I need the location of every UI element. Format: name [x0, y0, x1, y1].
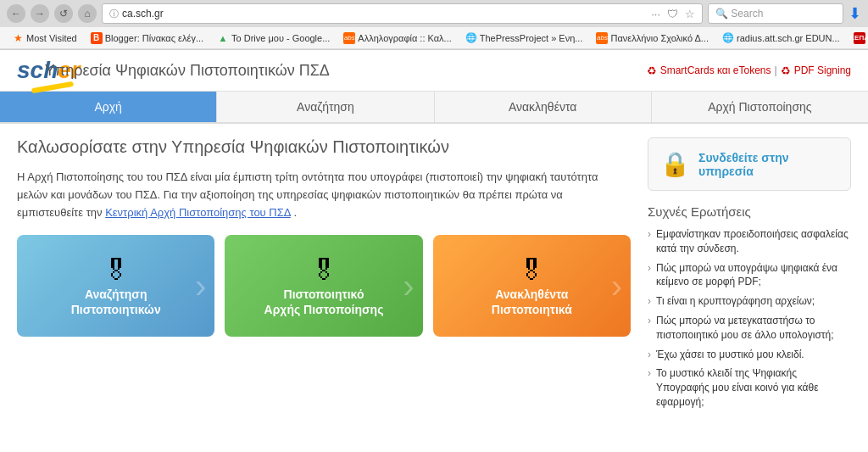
card-pistopoiitiko-arxis[interactable]: › 🎖 ΠιστοποιητικόΑρχής Πιστοποίησης [225, 235, 422, 337]
bookmark-label: Most Visited [26, 33, 77, 43]
search-icon: 🔍 [715, 8, 728, 20]
faq-item-3[interactable]: Τι είναι η κρυπτογράφηση αρχείων; [648, 294, 851, 309]
shield-icon: 🛡 [667, 8, 678, 20]
web-icon: 🌐 [465, 32, 477, 44]
bookmark-label: ThePressProject » Ενη... [480, 33, 583, 43]
search-bar[interactable]: 🔍 Search [708, 3, 843, 24]
smartcards-icon: ♻ [647, 64, 657, 77]
kepa-icon: ΚΕΠΑ [854, 32, 865, 44]
more-icon: ··· [651, 8, 660, 20]
bookmark-allilorafia[interactable]: abs Αλληλογραφία :: Καλ... [338, 31, 456, 46]
star-icon: ☆ [685, 8, 695, 20]
card-label-1: ΑναζήτησηΠιστοποιητικών [71, 287, 161, 317]
bookmarks-bar: ★ Most Visited B Blogger: Πίνακας ελέγ..… [0, 27, 868, 49]
card-label-3: ΑνακληθένταΠιστοποιητικά [492, 287, 572, 317]
bookmark-kepa[interactable]: ΚΕΠΑ Κε.Π... [849, 31, 868, 46]
browser-toolbar: ← → ↺ ⌂ ⓘ ca.sch.gr ··· 🛡 ☆ 🔍 Search ⬇ [0, 0, 868, 27]
bookmark-drive[interactable]: ▲ To Drive μου - Google... [212, 31, 335, 46]
ribbon-icon-3: 🎖 [518, 255, 545, 287]
nav-tabs: Αρχή Αναζήτηση Ανακληθέντα Αρχή Πιστοποί… [0, 92, 868, 124]
search-placeholder: Search [731, 8, 763, 20]
tab-arxh-pistopoiisis[interactable]: Αρχή Πιστοποίησης [652, 92, 868, 122]
ribbon-icon-1: 🎖 [103, 255, 130, 287]
home-button[interactable]: ⌂ [78, 4, 97, 23]
intro-text: Η Αρχή Πιστοποίησης του του ΠΣΔ είναι μί… [17, 169, 631, 221]
bookmark-radius[interactable]: 🌐 radius.att.sch.gr EDUN... [717, 31, 845, 46]
lock-icon: ⓘ [109, 8, 119, 20]
back-button[interactable]: ← [7, 4, 25, 23]
pdf-icon: ♻ [781, 64, 791, 77]
header-links: ♻ SmartCards και eTokens | ♻ PDF Signing [647, 64, 851, 77]
star-icon: ★ [12, 32, 24, 44]
card-anazitisi-pistopoiitikon[interactable]: › 🎖 ΑναζήτησηΠιστοποιητικών [17, 235, 214, 337]
cards-row: › 🎖 ΑναζήτησηΠιστοποιητικών › 🎖 Πιστοποι… [17, 235, 631, 337]
bookmark-label: radius.att.sch.gr EDUN... [737, 33, 840, 43]
faq-list: Εμφανίστηκαν προειδοποιήσεις ασφαλείας κ… [648, 227, 851, 410]
smartcards-link[interactable]: SmartCards και eTokens [660, 64, 771, 76]
bookmark-pressproject[interactable]: 🌐 ThePressProject » Ενη... [460, 31, 588, 46]
bookmark-panellinio[interactable]: abs Πανελλήνιο Σχολικό Δ... [591, 31, 714, 46]
address-icons: ··· 🛡 ☆ [651, 8, 695, 20]
page-content: scher Υπηρεσία Ψηφιακών Πιστοποιητικών Π… [0, 50, 868, 452]
connect-text[interactable]: Συνδεθείτε στην υπηρεσία [698, 151, 838, 178]
card-label-2: ΠιστοποιητικόΑρχής Πιστοποίησης [264, 287, 384, 317]
bookmark-most-visited[interactable]: ★ Most Visited [7, 31, 82, 46]
download-button[interactable]: ⬇ [849, 4, 861, 23]
intro-link[interactable]: Κεντρική Αρχή Πιστοποίησης του ΠΣΔ [105, 206, 291, 219]
site-logo[interactable]: scher [17, 57, 30, 84]
card-arrow-icon-3: › [611, 267, 622, 305]
ribbon-icon-2: 🎖 [310, 255, 337, 287]
drive-icon: ▲ [217, 32, 229, 44]
lock-connect-icon: 🔒 [660, 150, 690, 178]
bookmark-label: Πανελλήνιο Σχολικό Δ... [610, 33, 709, 43]
tab-anazitisi[interactable]: Αναζήτηση [217, 92, 434, 122]
main-area: Καλωσορίσατε στην Υπηρεσία Ψηφιακών Πιστ… [0, 124, 868, 428]
main-content: Καλωσορίσατε στην Υπηρεσία Ψηφιακών Πιστ… [17, 137, 648, 415]
sidebar: 🔒 Συνδεθείτε στην υπηρεσία Συχνές Ερωτήσ… [648, 137, 851, 415]
browser-chrome: ← → ↺ ⌂ ⓘ ca.sch.gr ··· 🛡 ☆ 🔍 Search ⬇ ★… [0, 0, 868, 50]
card-anaklitheenta[interactable]: › 🎖 ΑνακληθένταΠιστοποιητικά [433, 235, 631, 337]
faq-item-6[interactable]: Το μυστικό κλειδί της Ψηφιακής Υπογραφής… [648, 366, 851, 409]
address-bar[interactable]: ⓘ ca.sch.gr ··· 🛡 ☆ [102, 3, 703, 24]
blogger-icon: B [91, 32, 103, 44]
web2-icon: 🌐 [722, 32, 734, 44]
faq-title: Συχνές Ερωτήσεις [648, 204, 851, 219]
abs-icon: abs [343, 32, 355, 44]
bookmark-label: Blogger: Πίνακας ελέγ... [105, 33, 203, 43]
card-arrow-icon-2: › [403, 267, 414, 305]
reload-button[interactable]: ↺ [54, 4, 73, 23]
pdf-signing-link[interactable]: PDF Signing [794, 64, 851, 76]
faq-item-4[interactable]: Πώς μπορώ να μετεγκαταστήσω το πιστοποιη… [648, 314, 851, 343]
faq-item-2[interactable]: Πώς μπορώ να υπογράψω ψηφιακά ένα κείμεν… [648, 261, 851, 290]
faq-item-1[interactable]: Εμφανίστηκαν προειδοποιήσεις ασφαλείας κ… [648, 227, 851, 256]
intro-paragraph: Η Αρχή Πιστοποίησης του του ΠΣΔ είναι μί… [17, 170, 598, 219]
forward-button[interactable]: → [31, 4, 49, 23]
site-header: scher Υπηρεσία Ψηφιακών Πιστοποιητικών Π… [0, 50, 868, 92]
intro-end: . [293, 206, 297, 219]
site-title-text: Υπηρεσία Ψηφιακών Πιστοποιητικών ΠΣΔ [45, 62, 330, 80]
tab-anaklitheenta[interactable]: Ανακληθέντα [435, 92, 652, 122]
tab-arxh[interactable]: Αρχή [0, 92, 217, 122]
card-arrow-icon: › [195, 267, 206, 305]
bookmark-label: Αλληλογραφία :: Καλ... [358, 33, 451, 43]
page-heading: Καλωσορίσατε στην Υπηρεσία Ψηφιακών Πιστ… [17, 137, 631, 157]
bookmark-blogger[interactable]: B Blogger: Πίνακας ελέγ... [86, 31, 209, 46]
logo-area: scher Υπηρεσία Ψηφιακών Πιστοποιητικών Π… [17, 57, 330, 84]
abs2-icon: abs [596, 32, 608, 44]
bookmark-label: To Drive μου - Google... [231, 33, 330, 43]
address-text: ca.sch.gr [122, 8, 651, 20]
faq-item-5[interactable]: Έχω χάσει το μυστικό μου κλειδί. [648, 348, 851, 362]
faq-section: Συχνές Ερωτήσεις Εμφανίστηκαν προειδοποι… [648, 204, 851, 410]
connect-box[interactable]: 🔒 Συνδεθείτε στην υπηρεσία [648, 137, 851, 191]
